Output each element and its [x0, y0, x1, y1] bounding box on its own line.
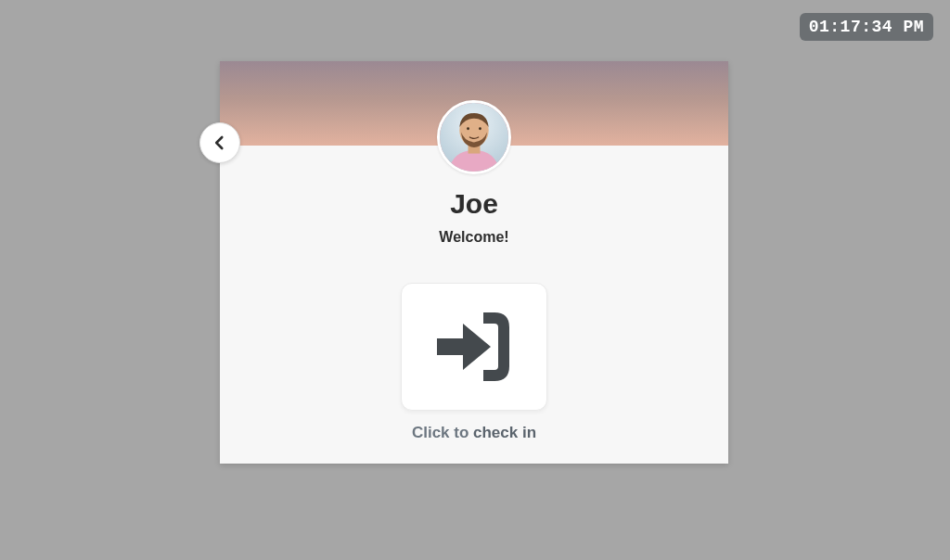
checkin-label-prefix: Click to	[412, 424, 473, 441]
sign-in-icon	[428, 305, 520, 388]
back-button[interactable]	[199, 122, 240, 163]
checkin-label-action: check in	[473, 424, 536, 441]
chevron-left-icon	[212, 134, 228, 151]
avatar-image	[440, 103, 508, 172]
user-name: Joe	[220, 188, 728, 220]
welcome-text: Welcome!	[220, 229, 728, 246]
checkin-area: Click to check in	[220, 283, 728, 442]
checkin-card: Joe Welcome! Click to check in	[220, 61, 728, 464]
clock-display: 01:17:34 PM	[800, 13, 933, 41]
card-header-banner	[220, 61, 728, 146]
user-avatar	[437, 100, 511, 174]
checkin-label: Click to check in	[412, 424, 536, 442]
svg-point-3	[467, 127, 469, 130]
svg-point-4	[479, 127, 481, 130]
checkin-button[interactable]	[401, 283, 547, 411]
